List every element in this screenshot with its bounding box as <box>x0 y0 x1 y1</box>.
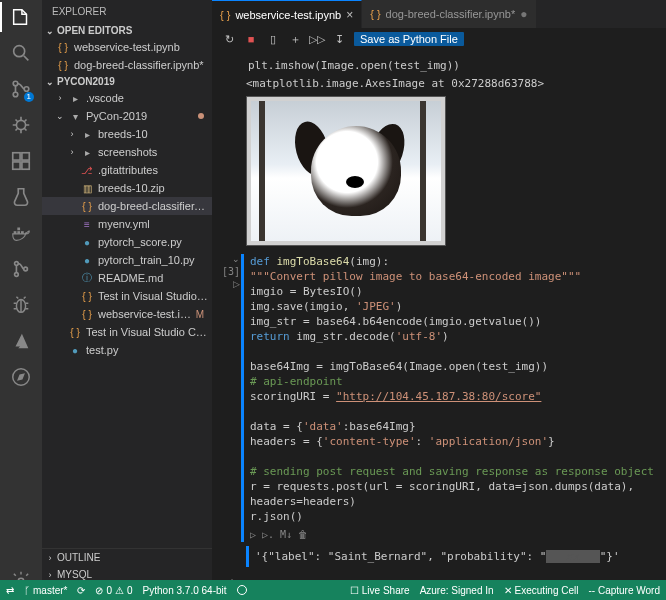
tree-item[interactable]: ⓘREADME.md <box>42 269 212 287</box>
file-label: Test in Visual Studio Code.ipynb <box>86 326 208 338</box>
code-line: scoringURI = "http://104.45.187.38:80/sc… <box>250 389 658 404</box>
svg-point-1 <box>13 81 18 86</box>
folder-icon: ▸ <box>80 127 94 141</box>
markdown-toggle[interactable]: M↓ <box>280 527 292 542</box>
docker-icon[interactable] <box>10 222 32 244</box>
editor-tab[interactable]: { }dog-breed-classifier.ipynb*● <box>362 0 536 28</box>
compass-icon[interactable] <box>10 366 32 388</box>
code-line: # api-endpoint <box>250 374 658 389</box>
file-label: .gitattributes <box>98 164 208 176</box>
file-label: webservice-test.ipynb <box>74 41 208 53</box>
tree-item[interactable]: ●pytorch_score.py <box>42 233 212 251</box>
folder-open-icon: ▾ <box>68 109 82 123</box>
code-line: r = requests.post(url = scoringURI, data… <box>250 479 658 509</box>
brackets-icon: { } <box>80 199 94 213</box>
tree-item[interactable]: ›▸breeds-10 <box>42 125 212 143</box>
tree-item[interactable]: ≡myenv.yml <box>42 215 212 233</box>
editor-tab[interactable]: { }webservice-test.ipynb× <box>212 0 362 28</box>
debug-icon[interactable] <box>10 114 32 136</box>
notebook-icon: { } <box>80 307 94 321</box>
cell-body[interactable]: def imgToBase64(img): """Convert pillow … <box>241 254 658 542</box>
executing-cell[interactable]: ✕ Executing Cell <box>504 585 579 596</box>
search-icon[interactable] <box>10 42 32 64</box>
live-share[interactable]: ☐ Live Share <box>350 585 410 596</box>
tree-item[interactable]: { }Test in Visual Studio Code.ipynb <box>42 323 212 341</box>
py-icon: ● <box>68 343 82 357</box>
workspace-section[interactable]: ⌄PYCON2019 <box>42 74 212 89</box>
notebook-icon: { } <box>68 325 82 339</box>
azure-signin[interactable]: Azure: Signed In <box>420 585 494 596</box>
file-label: breeds-10 <box>98 128 208 140</box>
code-cell-3[interactable]: ⌄ [3] ▷ def imgToBase64(img): """Convert… <box>216 254 658 542</box>
tree-item[interactable]: { }webservice-test.ipynbM <box>42 305 212 323</box>
yml-icon: ≡ <box>80 217 94 231</box>
beetle-icon[interactable] <box>10 294 32 316</box>
problems[interactable]: ⊘ 0 ⚠ 0 <box>95 585 132 596</box>
extensions-icon[interactable] <box>10 150 32 172</box>
tree-item[interactable]: ⌄▾PyCon-2019 <box>42 107 212 125</box>
notebook-icon: { } <box>370 8 380 20</box>
remote-indicator[interactable]: ⇄ <box>6 585 14 596</box>
cell-prompt: [3] <box>222 266 240 277</box>
file-label: pytorch_score.py <box>98 236 208 248</box>
svg-point-2 <box>13 92 18 97</box>
run-all-icon[interactable]: ▷▷ <box>310 32 324 46</box>
tree-item[interactable]: ⎇.gitattributes <box>42 161 212 179</box>
delete-cell-icon[interactable]: 🗑 <box>298 527 308 542</box>
session-icon[interactable] <box>237 585 247 595</box>
file-label: README.md <box>98 272 208 284</box>
python-env[interactable]: Python 3.7.0 64-bit <box>143 585 227 596</box>
save-as-python-hint[interactable]: Save as Python File <box>354 32 464 46</box>
tree-item[interactable]: { }dog-breed-classifier.ipynb <box>42 197 212 215</box>
file-label: test.py <box>86 344 208 356</box>
restart-icon[interactable]: ↻ <box>222 32 236 46</box>
code-line: return img_str.decode('utf-8') <box>250 329 658 344</box>
open-editor-item[interactable]: { }dog-breed-classifier.ipynb* <box>42 56 212 74</box>
tree-item[interactable]: ›▸screenshots <box>42 143 212 161</box>
explorer-title: EXPLORER <box>42 0 212 23</box>
open-editors-section[interactable]: ⌄OPEN EDITORS <box>42 23 212 38</box>
capture-word[interactable]: -- Capture Word <box>588 585 660 596</box>
add-cell-icon[interactable]: ＋ <box>288 32 302 46</box>
tree-item[interactable]: ›▸.vscode <box>42 89 212 107</box>
run-above-icon[interactable]: ▯ <box>266 32 280 46</box>
file-label: screenshots <box>98 146 208 158</box>
run-cell-icon[interactable]: ▷ <box>233 279 240 289</box>
test-icon[interactable] <box>10 186 32 208</box>
azure-icon[interactable] <box>10 330 32 352</box>
notebook-icon: { } <box>220 9 230 21</box>
export-icon[interactable]: ↧ <box>332 32 346 46</box>
status-bar: ⇄ ᚴ master* ⟳ ⊘ 0 ⚠ 0 Python 3.7.0 64-bi… <box>0 580 666 600</box>
svg-point-0 <box>14 46 25 57</box>
notebook-icon: { } <box>80 289 94 303</box>
open-editor-item[interactable]: { }webservice-test.ipynb <box>42 38 212 56</box>
redacted-value: xx <box>546 550 599 563</box>
collapse-icon[interactable]: ⌄ <box>232 254 240 264</box>
source-control-icon[interactable]: 1 <box>10 78 32 100</box>
code-line <box>250 344 658 359</box>
run-cell-icon[interactable]: ▷ <box>250 527 256 542</box>
outline-section[interactable]: ›OUTLINE <box>42 549 212 566</box>
files-icon[interactable] <box>10 6 32 28</box>
run-below-icon[interactable]: ▷. <box>262 527 274 542</box>
tree-item[interactable]: { }Test in Visual Studio Code.ipynb <box>42 287 212 305</box>
git-graph-icon[interactable] <box>10 258 32 280</box>
tree-item[interactable]: ▥breeds-10.zip <box>42 179 212 197</box>
tree-item[interactable]: ●pytorch_train_10.py <box>42 251 212 269</box>
notebook-icon: { } <box>56 40 70 54</box>
cell-output-json: '{"label": "Saint_Bernard", "probability… <box>246 546 658 567</box>
tab-label: dog-breed-classifier.ipynb* <box>386 8 516 20</box>
stop-icon[interactable]: ■ <box>244 32 258 46</box>
close-icon[interactable]: × <box>346 8 353 22</box>
tree-item[interactable]: ●test.py <box>42 341 212 359</box>
code-line: # sending post request and saving respon… <box>250 464 658 479</box>
close-icon[interactable]: ● <box>520 7 527 21</box>
git-branch[interactable]: ᚴ master* <box>24 585 67 596</box>
sync-icon[interactable]: ⟳ <box>77 585 85 596</box>
py-icon: ● <box>80 235 94 249</box>
notebook-body[interactable]: plt.imshow(Image.open(test_img)) <matplo… <box>212 50 666 600</box>
code-line <box>250 404 658 419</box>
info-icon: ⓘ <box>80 271 94 285</box>
file-label: breeds-10.zip <box>98 182 208 194</box>
svg-rect-5 <box>13 153 20 160</box>
